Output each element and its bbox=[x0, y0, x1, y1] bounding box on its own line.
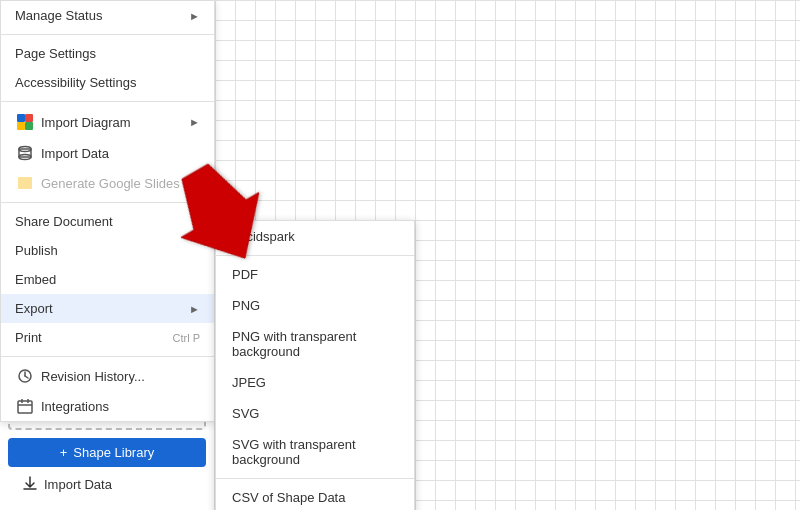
shape-library-button[interactable]: + Shape Library bbox=[8, 438, 206, 467]
svg-rect-1 bbox=[25, 114, 33, 122]
export-svg-transparent[interactable]: SVG with transparent background bbox=[216, 429, 414, 475]
export-lucidspark[interactable]: Lucidspark bbox=[216, 221, 414, 252]
sidebar-item-share-document[interactable]: Share Document bbox=[1, 207, 214, 236]
sidebar-item-import-data-menu[interactable]: Import Data bbox=[1, 138, 214, 168]
export-submenu: Lucidspark PDF PNG PNG with transparent … bbox=[215, 220, 415, 510]
export-png-transparent[interactable]: PNG with transparent background bbox=[216, 321, 414, 367]
svg-line-10 bbox=[25, 376, 28, 378]
sidebar-item-manage-status[interactable]: Manage Status ► bbox=[1, 1, 214, 30]
slides-icon bbox=[15, 175, 35, 191]
import-data-bottom[interactable]: Import Data bbox=[8, 467, 206, 502]
sidebar-item-print[interactable]: Print Ctrl P bbox=[1, 323, 214, 352]
svg-rect-11 bbox=[18, 401, 32, 413]
plus-icon: + bbox=[60, 445, 68, 460]
sidebar-item-publish[interactable]: Publish bbox=[1, 236, 214, 265]
export-svg[interactable]: SVG bbox=[216, 398, 414, 429]
import-diagram-arrow-icon: ► bbox=[189, 116, 200, 128]
submenu-divider-2 bbox=[216, 478, 414, 479]
sidebar-item-page-settings[interactable]: Page Settings bbox=[1, 39, 214, 68]
sidebar-item-revision-history[interactable]: Revision History... bbox=[1, 361, 214, 391]
clock-icon bbox=[15, 368, 35, 384]
main-menu: Manage Status ► Page Settings Accessibil… bbox=[0, 0, 215, 422]
svg-rect-3 bbox=[25, 122, 33, 130]
sidebar-item-import-diagram[interactable]: Import Diagram ► bbox=[1, 106, 214, 138]
cylinder-icon bbox=[15, 145, 35, 161]
sidebar: Manage Status ► Page Settings Accessibil… bbox=[0, 0, 215, 510]
divider-1 bbox=[1, 34, 214, 35]
divider-3 bbox=[1, 202, 214, 203]
svg-rect-7 bbox=[18, 177, 32, 189]
divider-4 bbox=[1, 356, 214, 357]
import-data-label: Import Data bbox=[44, 477, 112, 492]
sidebar-item-generate-slides: Generate Google Slides bbox=[1, 168, 214, 198]
divider-2 bbox=[1, 101, 214, 102]
submenu-divider-1 bbox=[216, 255, 414, 256]
export-png[interactable]: PNG bbox=[216, 290, 414, 321]
export-pdf[interactable]: PDF bbox=[216, 259, 414, 290]
export-csv[interactable]: CSV of Shape Data bbox=[216, 482, 414, 510]
sidebar-item-export[interactable]: Export ► bbox=[1, 294, 214, 323]
svg-rect-0 bbox=[17, 114, 25, 122]
lucid-icon bbox=[15, 113, 35, 131]
calendar-icon bbox=[15, 398, 35, 414]
sidebar-item-accessibility-settings[interactable]: Accessibility Settings bbox=[1, 68, 214, 97]
export-jpeg[interactable]: JPEG bbox=[216, 367, 414, 398]
export-arrow-icon: ► bbox=[189, 303, 200, 315]
arrow-icon: ► bbox=[189, 10, 200, 22]
svg-rect-2 bbox=[17, 122, 25, 130]
shape-library-label: Shape Library bbox=[73, 445, 154, 460]
import-icon bbox=[22, 475, 38, 494]
sidebar-item-integrations[interactable]: Integrations bbox=[1, 391, 214, 421]
sidebar-item-embed[interactable]: Embed bbox=[1, 265, 214, 294]
svg-rect-5 bbox=[19, 149, 31, 157]
